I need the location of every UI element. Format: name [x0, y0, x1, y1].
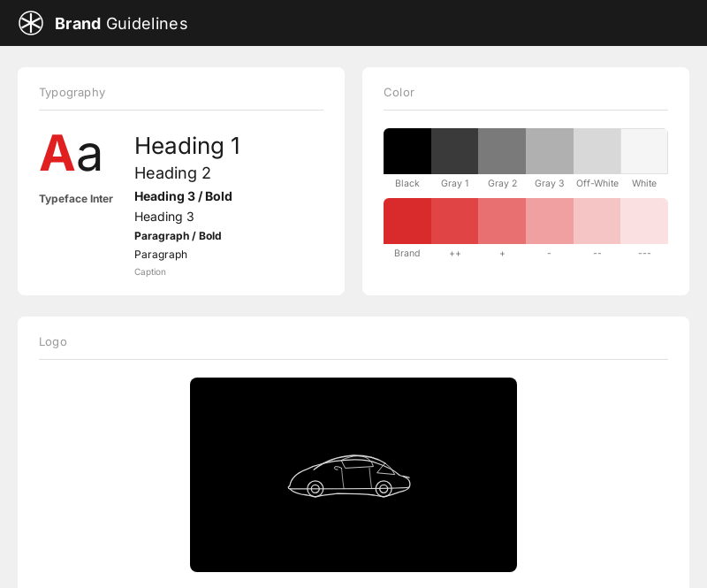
- swatch-box-brand-pp: [431, 198, 479, 244]
- gray-swatches-row: Black Gray 1 Gray 2 Gray 3 Off-White: [384, 128, 668, 189]
- swatch-box-white: [620, 128, 668, 174]
- car-logo-icon: [274, 447, 433, 503]
- typography-styles: Heading 1 Heading 2 Heading 3 / Bold Hea…: [134, 128, 240, 278]
- swatch-label-gray1: Gray 1: [441, 178, 468, 189]
- heading-3-sample: Heading 3: [134, 208, 240, 225]
- swatch-label-brand-mm: --: [593, 248, 602, 259]
- swatch-label-brand-m: -: [547, 248, 551, 259]
- swatch-brand-mmm: ---: [620, 198, 668, 259]
- heading-1-sample: Heading 1: [134, 132, 240, 159]
- typography-aa: Aa: [39, 128, 103, 178]
- swatch-label-gray3: Gray 3: [535, 178, 564, 189]
- swatch-label-black: Black: [395, 178, 420, 189]
- swatch-label-brand-pp: ++: [449, 248, 461, 259]
- swatch-label-gray2: Gray 2: [488, 178, 517, 189]
- letter-a-red: A: [39, 123, 76, 183]
- swatch-box-gray1: [431, 128, 479, 174]
- paragraph-sample: Paragraph: [134, 248, 240, 263]
- typography-divider: [39, 110, 323, 111]
- swatch-label-brand-mmm: ---: [638, 248, 651, 259]
- heading-3-bold-sample: Heading 3 / Bold: [134, 187, 240, 205]
- color-divider: [384, 110, 668, 111]
- typography-card: Typography Aa Typeface Inter Heading 1 H…: [18, 67, 345, 295]
- top-row: Typography Aa Typeface Inter Heading 1 H…: [18, 67, 689, 295]
- heading-2-sample: Heading 2: [134, 163, 240, 183]
- letter-a-black: a: [76, 123, 103, 183]
- swatch-box-brand-mmm: [620, 198, 668, 244]
- logo-divider: [39, 359, 668, 360]
- swatch-label-white: White: [632, 178, 657, 189]
- swatch-box-brand: [384, 198, 431, 244]
- swatch-box-brand-mm: [574, 198, 621, 244]
- swatch-gray2: Gray 2: [478, 128, 526, 189]
- swatch-black: Black: [384, 128, 431, 189]
- app-header: Brand Guidelines: [0, 0, 707, 46]
- swatch-gray3: Gray 3: [526, 128, 574, 189]
- logo-card: Logo: [18, 317, 689, 588]
- color-section-title: Color: [384, 85, 668, 99]
- logo-image-wrap: [190, 378, 517, 572]
- typography-inner: Aa Typeface Inter Heading 1 Heading 2 He…: [39, 128, 323, 278]
- swatch-brand-m: -: [526, 198, 574, 259]
- swatch-offwhite: Off-White: [574, 128, 621, 189]
- logo-section-title: Logo: [39, 334, 668, 348]
- typography-sample: Aa Typeface Inter: [39, 128, 113, 205]
- swatch-gray1: Gray 1: [431, 128, 479, 189]
- paragraph-bold-sample: Paragraph / Bold: [134, 229, 240, 244]
- typeface-label: Typeface Inter: [39, 192, 113, 205]
- swatch-box-brand-m: [526, 198, 574, 244]
- swatch-box-brand-p: [478, 198, 526, 244]
- swatch-brand-pp: ++: [431, 198, 479, 259]
- swatch-box-gray2: [478, 128, 526, 174]
- swatch-label-offwhite: Off-White: [576, 178, 619, 189]
- app-title: Brand Guidelines: [55, 14, 188, 33]
- swatch-box-offwhite: [574, 128, 621, 174]
- swatch-brand: Brand: [384, 198, 431, 259]
- swatch-label-brand-p: +: [499, 248, 506, 259]
- color-card: Color Black Gray 1 Gray 2 Gray: [362, 67, 689, 295]
- swatch-white: White: [620, 128, 668, 189]
- caption-sample: Caption: [134, 265, 240, 278]
- main-content: Typography Aa Typeface Inter Heading 1 H…: [0, 46, 707, 588]
- swatch-box-gray3: [526, 128, 574, 174]
- brand-swatches-row: Brand ++ + - --: [384, 198, 668, 259]
- swatch-label-brand: Brand: [394, 248, 420, 259]
- swatch-brand-mm: --: [574, 198, 621, 259]
- swatch-box-black: [384, 128, 431, 174]
- brand-logo-icon: [18, 10, 44, 36]
- swatch-brand-p: +: [478, 198, 526, 259]
- typography-section-title: Typography: [39, 85, 323, 99]
